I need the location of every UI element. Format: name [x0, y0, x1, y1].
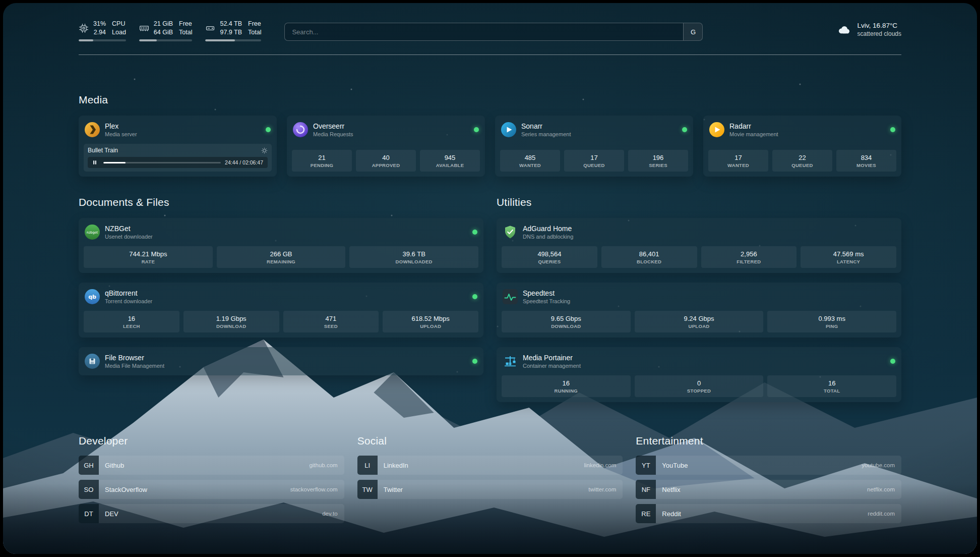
stat-upload: 618.52 Mbps UPLOAD	[383, 311, 478, 332]
stat-label: DOWNLOAD	[503, 323, 630, 329]
service-name: AdGuard Home	[523, 225, 573, 233]
cpu-load-value: 2.94	[94, 29, 106, 37]
stat-pending: 21 PENDING	[292, 150, 352, 172]
service-card-qbittorrent[interactable]: qb qBittorrent Torrent downloader	[79, 283, 483, 338]
service-name: NZBGet	[105, 225, 153, 233]
stat-leech: 16 LEECH	[84, 311, 179, 332]
disk-icon	[205, 23, 215, 33]
bookmark-domain: github.com	[309, 462, 344, 468]
stat-label: BLOCKED	[602, 259, 696, 264]
bookmark-youtube[interactable]: YT YouTube youtube.com	[636, 456, 901, 475]
service-desc: Torrent downloader	[105, 298, 152, 304]
service-card-adguard[interactable]: AdGuard Home DNS and adblocking 498,564 …	[497, 218, 901, 273]
stat-label: QUEUED	[565, 162, 623, 168]
section-title-utilities: Utilities	[497, 195, 901, 210]
bookmark-name: LinkedIn	[378, 462, 408, 469]
service-card-filebrowser[interactable]: File Browser Media File Management	[79, 347, 483, 375]
stat-value: 9.24 Gbps	[636, 315, 763, 322]
stat-value: 17	[709, 154, 767, 161]
bookmark-group-developer: Developer GH Github github.com SO StackO…	[79, 433, 344, 523]
playback-progress[interactable]	[103, 162, 221, 163]
stat-movies: 834 MOVIES	[836, 150, 896, 172]
search-input[interactable]	[285, 23, 683, 40]
bookmark-name: DEV	[99, 510, 118, 518]
dashboard-screen: 31% 2.94 CPU Load	[3, 3, 977, 554]
resource-widgets: 31% 2.94 CPU Load	[79, 20, 261, 41]
bookmark-stackoverflow[interactable]: SO StackOverflow stackoverflow.com	[79, 480, 344, 499]
service-card-portainer[interactable]: Media Portainer Container management 16 …	[497, 347, 901, 402]
section-title-documents: Documents & Files	[79, 195, 483, 210]
bookmark-abbr: LI	[357, 456, 378, 475]
service-name: File Browser	[105, 354, 164, 362]
bookmark-netflix[interactable]: NF Netflix netflix.com	[636, 480, 901, 499]
stat-label: AVAILABLE	[421, 162, 479, 168]
cpu-load-label: Load	[112, 29, 126, 37]
cpu-progress-bar	[79, 39, 126, 41]
stat-download: 1.19 Gbps DOWNLOAD	[183, 311, 279, 332]
status-dot	[474, 127, 479, 132]
service-name: Media Portainer	[523, 354, 581, 362]
bookmark-abbr: NF	[636, 480, 656, 499]
stat-value: 266 GB	[218, 250, 345, 258]
bookmark-name: Twitter	[378, 486, 403, 493]
service-card-speedtest[interactable]: Speedtest Speedtest Tracking 9.65 Gbps D…	[497, 283, 901, 338]
status-dot	[890, 127, 895, 132]
service-card-sonarr[interactable]: Sonarr Series management 485 WANTED 17 Q…	[495, 116, 693, 177]
stat-wanted: 485 WANTED	[500, 150, 560, 172]
memory-icon	[139, 23, 149, 33]
stat-label: UPLOAD	[384, 323, 477, 329]
stat-value: 86,401	[602, 250, 696, 258]
stat-queries: 498,564 QUERIES	[502, 246, 597, 268]
weather-widget: Lviv, 16.87°C scattered clouds	[836, 22, 901, 37]
search-provider-label: G	[691, 28, 696, 36]
speedtest-icon	[503, 289, 518, 304]
stat-label: UPLOAD	[636, 323, 763, 329]
stat-queued: 17 QUEUED	[564, 150, 624, 172]
bookmark-twitter[interactable]: TW Twitter twitter.com	[357, 480, 623, 499]
disk-total-value: 97.9 TB	[220, 29, 242, 37]
bookmark-name: Netflix	[656, 486, 680, 493]
bookmark-domain: dev.to	[322, 511, 344, 517]
memory-total-value: 64 GiB	[154, 29, 173, 37]
disk-progress-bar	[205, 39, 261, 41]
stat-label: FILTERED	[702, 259, 796, 264]
gear-icon[interactable]	[261, 147, 268, 154]
service-desc: Speedtest Tracking	[523, 298, 570, 304]
stat-value: 16	[768, 379, 895, 387]
stat-value: 485	[501, 154, 559, 161]
portainer-icon	[503, 354, 518, 369]
memory-widget: 21 GiB 64 GiB Free Total	[139, 20, 193, 41]
stat-value: 22	[773, 154, 831, 161]
bookmark-dev[interactable]: DT DEV dev.to	[79, 504, 344, 523]
weather-condition: scattered clouds	[858, 30, 901, 37]
section-media: Media Plex	[79, 92, 901, 177]
stat-value: 9.65 Gbps	[503, 315, 630, 322]
snow-particles	[3, 3, 4, 4]
bookmark-abbr: SO	[79, 480, 99, 499]
service-card-radarr[interactable]: Radarr Movie management 17 WANTED 22 QUE…	[703, 116, 901, 177]
service-card-nzbget[interactable]: nzbget NZBGet Usenet downloader 74	[79, 218, 483, 273]
service-card-overseerr[interactable]: Overseerr Media Requests 21 PENDING 40 A…	[287, 116, 485, 177]
bookmark-group-entertainment: Entertainment YT YouTube youtube.com NF …	[636, 433, 901, 523]
service-desc: Movie management	[729, 131, 778, 137]
service-desc: Container management	[523, 363, 581, 369]
cpu-widget: 31% 2.94 CPU Load	[79, 20, 126, 41]
stat-blocked: 86,401 BLOCKED	[601, 246, 697, 268]
bookmark-name: Reddit	[656, 510, 681, 518]
sonarr-icon	[501, 122, 516, 137]
service-card-plex[interactable]: Plex Media server Bullet Train	[79, 116, 277, 177]
search-provider-button[interactable]: G	[683, 23, 702, 40]
stat-label: APPROVED	[357, 162, 415, 168]
bookmark-reddit[interactable]: RE Reddit reddit.com	[636, 504, 901, 523]
svg-text:qb: qb	[88, 294, 96, 300]
stat-value: 16	[503, 379, 630, 387]
disk-free-value: 52.4 TB	[220, 20, 242, 28]
header-divider	[79, 54, 901, 55]
stat-latency: 47.569 ms LATENCY	[801, 246, 896, 268]
pause-icon[interactable]	[90, 159, 99, 166]
bookmark-linkedin[interactable]: LI LinkedIn linkedin.com	[357, 456, 623, 475]
service-desc: Media Requests	[313, 131, 353, 137]
bookmark-github[interactable]: GH Github github.com	[79, 456, 344, 475]
stat-label: WANTED	[501, 162, 559, 168]
stat-value: 834	[837, 154, 895, 161]
